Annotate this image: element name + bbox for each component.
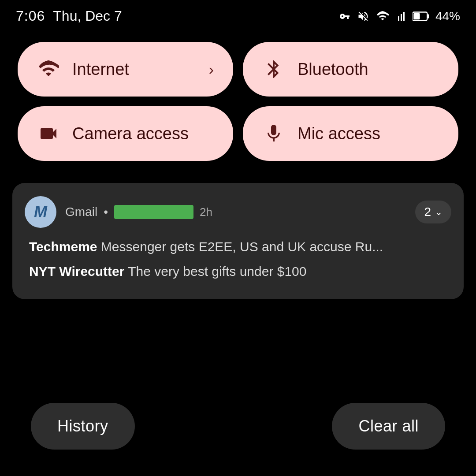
bluetooth-tile[interactable]: Bluetooth <box>243 42 458 97</box>
internet-tile[interactable]: Internet › <box>18 42 233 97</box>
camera-tile-label: Camera access <box>72 124 214 143</box>
notification-dot: • <box>104 205 108 219</box>
notification-time: 2h <box>200 205 212 219</box>
bluetooth-tile-label: Bluetooth <box>298 60 439 79</box>
notification-expand-chevron-icon: ⌄ <box>435 206 443 218</box>
notification-preview-2: The very best gifts under $100 <box>128 264 306 279</box>
clear-all-button[interactable]: Clear all <box>332 403 445 450</box>
svg-rect-2 <box>413 13 420 19</box>
status-icons: 44% <box>338 9 460 23</box>
notification-app-name: Gmail <box>65 205 97 219</box>
notification-sender-2: NYT Wirecutter <box>29 264 124 279</box>
gmail-avatar-letter: M <box>34 203 47 221</box>
battery-percentage: 44% <box>435 9 460 23</box>
history-button[interactable]: History <box>31 403 135 450</box>
camera-tile[interactable]: Camera access <box>18 106 233 161</box>
status-bar: 7:06 Thu, Dec 7 44% <box>0 0 476 29</box>
notification-messages: Techmeme Messenger gets E2EE, US and UK … <box>25 238 451 281</box>
status-time: 7:06 <box>16 8 45 24</box>
bottom-buttons: History Clear all <box>0 403 476 450</box>
notification-expand-button[interactable]: 2 ⌄ <box>415 201 451 223</box>
notification-card: M Gmail • 2h 2 ⌄ Techmeme Messenger gets… <box>12 183 464 299</box>
mic-tile-icon <box>262 123 285 144</box>
wifi-status-icon <box>376 10 390 22</box>
internet-tile-label: Internet <box>72 60 197 79</box>
mute-icon <box>357 10 369 22</box>
notification-sender-1: Techmeme <box>29 239 97 254</box>
internet-chevron-icon: › <box>209 61 214 78</box>
bluetooth-tile-icon <box>262 59 285 80</box>
quick-settings-tiles: Internet › Bluetooth Camera access Mic a… <box>0 29 476 161</box>
wifi-tile-icon <box>37 59 60 80</box>
notification-message-1[interactable]: Techmeme Messenger gets E2EE, US and UK … <box>29 238 451 256</box>
mic-tile[interactable]: Mic access <box>243 106 458 161</box>
notification-preview-1: Messenger gets E2EE, US and UK accuse Ru… <box>101 239 383 254</box>
key-icon <box>338 11 351 22</box>
camera-tile-icon <box>37 123 60 144</box>
signal-icon <box>396 10 406 22</box>
svg-rect-1 <box>427 14 429 19</box>
notification-count: 2 <box>424 205 431 219</box>
battery-icon <box>413 11 429 22</box>
notification-header: M Gmail • 2h 2 ⌄ <box>25 196 451 228</box>
gmail-avatar: M <box>25 196 56 228</box>
notification-sender-blurred <box>114 205 193 219</box>
notification-meta: Gmail • 2h <box>65 205 406 219</box>
notification-message-2[interactable]: NYT Wirecutter The very best gifts under… <box>29 262 451 281</box>
status-date: Thu, Dec 7 <box>53 8 122 24</box>
mic-tile-label: Mic access <box>298 124 439 143</box>
